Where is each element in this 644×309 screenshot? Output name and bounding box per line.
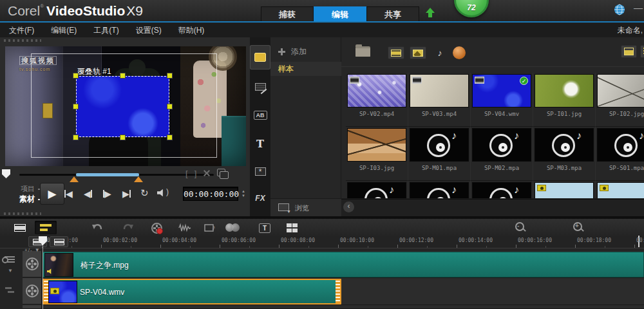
library-item[interactable] bbox=[408, 181, 471, 198]
nav-graphic-button[interactable]: * bbox=[250, 159, 270, 183]
timeline-view-button[interactable] bbox=[35, 221, 57, 234]
menu-edit[interactable]: 编辑(E) bbox=[51, 25, 77, 36]
library-item[interactable]: SP-M03.mpa bbox=[533, 127, 596, 181]
library-item[interactable]: SP-M02.mpa bbox=[471, 127, 533, 181]
view-single-button[interactable] bbox=[621, 45, 637, 58]
play-button[interactable]: ▶ bbox=[40, 183, 64, 205]
volume-icon[interactable] bbox=[157, 189, 166, 197]
split-clip-icon[interactable] bbox=[203, 169, 211, 178]
spin-down-icon[interactable]: ▼ bbox=[240, 194, 247, 198]
category-samples[interactable]: 样本 bbox=[270, 62, 341, 76]
desert-thumbnail[interactable] bbox=[347, 128, 406, 162]
motion-tracking-button[interactable] bbox=[225, 221, 240, 234]
menu-help[interactable]: 帮助(H) bbox=[178, 25, 205, 36]
track-view-button[interactable] bbox=[50, 236, 68, 247]
notification-badge[interactable]: 72 bbox=[454, 0, 489, 17]
timeline-clip-overlay[interactable]: SP-V04.wmv bbox=[43, 279, 341, 304]
overlay-handle-nw[interactable] bbox=[73, 73, 79, 79]
menu-tools[interactable]: 工具(T) bbox=[93, 25, 118, 36]
landscape-thumbnail[interactable] bbox=[597, 182, 644, 198]
track-caret-icon[interactable]: ▼ bbox=[8, 268, 13, 274]
ripple-edit-icon[interactable] bbox=[5, 287, 14, 293]
folder-icon[interactable] bbox=[355, 46, 370, 57]
filter-360-button[interactable] bbox=[451, 46, 468, 59]
clip-trim-handle-left[interactable] bbox=[44, 280, 48, 303]
repeat-button[interactable]: ↻ bbox=[140, 187, 149, 199]
vinyl-thumbnail[interactable] bbox=[347, 182, 406, 198]
vinyl-thumbnail[interactable] bbox=[535, 128, 594, 162]
spin-up-icon[interactable]: ▲ bbox=[240, 189, 247, 194]
timeline-ruler[interactable]: 00:00:00:0000:00:02:0000:00:04:0000:00:0… bbox=[0, 236, 644, 248]
undo-button[interactable] bbox=[90, 221, 104, 234]
add-folder-button[interactable]: 添加 bbox=[278, 46, 307, 57]
mark-out-button[interactable]: ] bbox=[194, 169, 197, 178]
disco-thumbnail[interactable] bbox=[347, 74, 406, 108]
nav-filter-button[interactable]: FX bbox=[250, 186, 270, 211]
library-item[interactable]: SP-V02.mp4 bbox=[346, 73, 408, 127]
library-item[interactable]: SP-M01.mpa bbox=[408, 127, 471, 181]
go-start-button[interactable]: ◀ bbox=[64, 188, 73, 200]
add-remove-track-control[interactable]: +/- ▼ bbox=[24, 247, 41, 253]
scroll-left-button[interactable]: ‹ bbox=[343, 201, 354, 212]
tab-edit[interactable]: 编辑 bbox=[314, 6, 366, 21]
browse-label[interactable]: 浏览 bbox=[295, 203, 309, 213]
library-item[interactable]: SP-S01.mpa bbox=[596, 127, 644, 181]
nav-title-button[interactable]: T bbox=[250, 131, 270, 156]
library-item[interactable] bbox=[596, 181, 644, 198]
previous-frame-button[interactable]: ◀ bbox=[84, 188, 92, 200]
auto-music-button[interactable]: ♪ bbox=[204, 221, 218, 234]
overlay-handle-s[interactable] bbox=[120, 135, 126, 140]
go-end-button[interactable]: ▶ bbox=[122, 188, 131, 200]
mark-in-button[interactable]: [ bbox=[185, 169, 188, 178]
vinyl-thumbnail[interactable] bbox=[472, 182, 531, 198]
overlay-handle-n[interactable] bbox=[120, 73, 126, 79]
video-track[interactable]: 椅子之争.mpg bbox=[42, 251, 644, 278]
timeline-clip-video[interactable]: 椅子之争.mpg bbox=[43, 252, 644, 277]
beige-thumbnail[interactable] bbox=[410, 74, 469, 108]
menu-settings[interactable]: 设置(S) bbox=[136, 25, 162, 36]
sound-mixer-button[interactable] bbox=[178, 221, 192, 234]
menu-file[interactable]: 文件(F) bbox=[9, 25, 34, 36]
library-item[interactable]: SP-I01.jpg bbox=[533, 73, 596, 127]
record-capture-button[interactable] bbox=[149, 221, 164, 234]
nav-media-button[interactable] bbox=[250, 45, 270, 70]
library-item[interactable] bbox=[346, 181, 408, 198]
third-track[interactable] bbox=[42, 305, 644, 309]
library-item[interactable]: SP-I02.jpg bbox=[596, 73, 644, 127]
overlay-handle-se[interactable] bbox=[167, 135, 173, 140]
filter-audio-button[interactable]: ♪ bbox=[431, 46, 448, 59]
filter-videos-button[interactable] bbox=[388, 46, 404, 59]
timecode-spinner[interactable]: ▲▼ bbox=[240, 187, 247, 201]
tab-share[interactable]: 共享 bbox=[366, 6, 419, 21]
redo-button[interactable] bbox=[121, 221, 135, 234]
library-item[interactable] bbox=[471, 181, 533, 198]
overlay-handle-ne[interactable] bbox=[167, 73, 173, 79]
overlay-handle-sw[interactable] bbox=[73, 135, 79, 140]
vinyl-thumbnail[interactable] bbox=[472, 128, 531, 162]
clip-trim-handle-right[interactable] bbox=[336, 280, 340, 303]
library-item[interactable] bbox=[533, 181, 596, 198]
zoom-out-button[interactable]: - bbox=[515, 222, 526, 232]
library-item[interactable]: SP-I03.jpg bbox=[346, 127, 408, 181]
scrubber-handle[interactable] bbox=[2, 169, 10, 178]
winter-thumbnail[interactable] bbox=[597, 74, 644, 108]
enlarge-preview-icon[interactable] bbox=[217, 169, 225, 176]
vinyl-thumbnail[interactable] bbox=[597, 128, 644, 162]
nav-instant-project-button[interactable] bbox=[250, 75, 270, 99]
view-list-button[interactable] bbox=[640, 45, 644, 58]
nav-track-motion-button[interactable] bbox=[250, 210, 270, 216]
overlay-track[interactable]: SP-V04.wmv bbox=[42, 278, 644, 305]
scrubber-track[interactable] bbox=[19, 174, 214, 176]
subtitle-editor-button[interactable]: T bbox=[258, 221, 272, 234]
vinyl-thumbnail[interactable] bbox=[410, 128, 469, 162]
preview-video[interactable]: 搜狐视频 tv.sohu.com 覆叠轨 #1 bbox=[5, 46, 246, 166]
landscape-thumbnail[interactable] bbox=[535, 182, 594, 198]
upload-arrow-icon[interactable] bbox=[425, 8, 435, 18]
blue-thumbnail[interactable]: ✓ bbox=[472, 74, 531, 108]
library-item[interactable]: ✓SP-V04.wmv bbox=[471, 73, 533, 127]
dandelion-thumbnail[interactable] bbox=[535, 74, 594, 108]
nav-transition-button[interactable]: AB bbox=[250, 103, 270, 127]
globe-icon[interactable] bbox=[614, 4, 625, 15]
next-frame-button[interactable]: ▶ bbox=[103, 188, 111, 200]
track-link-icon[interactable] bbox=[5, 256, 15, 263]
